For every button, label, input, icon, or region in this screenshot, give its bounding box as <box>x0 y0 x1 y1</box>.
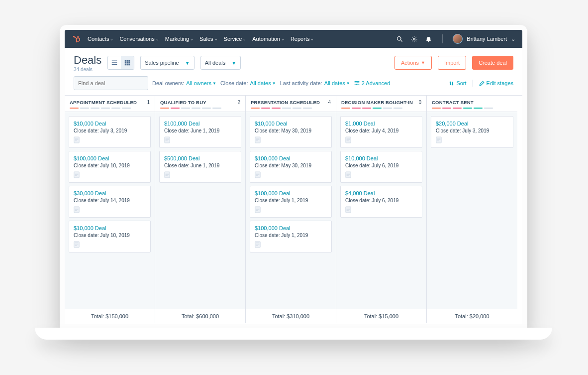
svg-rect-17 <box>125 62 126 64</box>
search-input[interactable] <box>74 76 148 90</box>
pipeline-column: PRESENTATION SCHEDULED4$10,000 DealClose… <box>246 96 336 323</box>
svg-rect-12 <box>112 62 117 63</box>
svg-rect-20 <box>125 64 126 65</box>
chevron-down-icon: ▼ <box>272 81 276 86</box>
chevron-down-icon: ▼ <box>231 60 236 66</box>
import-button[interactable]: Import <box>438 56 466 70</box>
scope-select[interactable]: All deals ▼ <box>200 56 241 70</box>
deal-card[interactable]: $100,000 DealClose date: July 10, 2019 <box>69 151 151 183</box>
deal-card[interactable]: $10,000 DealClose date: July 3, 2019 <box>69 116 151 148</box>
column-header: CONTRACT SENT <box>427 96 517 112</box>
column-body[interactable]: $100,000 DealClose date: June 1, 2019$50… <box>155 112 245 309</box>
filter-activity[interactable]: Last activity date: All dates▼ <box>280 80 350 86</box>
nav-item-marketing[interactable]: Marketing⌄ <box>165 36 194 42</box>
chevron-down-icon: ⌄ <box>243 37 246 41</box>
deal-card[interactable]: $100,000 DealClose date: July 1, 2019 <box>250 186 332 218</box>
top-navigation: Contacts⌄Conversations⌄Marketing⌄Sales⌄S… <box>65 30 522 48</box>
svg-point-29 <box>357 82 358 83</box>
svg-rect-25 <box>354 81 359 82</box>
edit-stages-button[interactable]: Edit stages <box>479 80 513 86</box>
deal-close-date: Close date: July 10, 2019 <box>74 163 146 168</box>
column-total: Total: $600,000 <box>155 309 245 323</box>
chevron-down-icon: ⌄ <box>214 37 218 41</box>
gear-icon[interactable] <box>410 35 418 43</box>
pipeline-column: QUALIFIED TO BUY2$100,000 DealClose date… <box>155 96 246 323</box>
note-icon <box>255 241 261 248</box>
deal-close-date: Close date: July 1, 2019 <box>255 198 327 203</box>
hubspot-logo-icon[interactable] <box>72 34 81 43</box>
deal-title: $10,000 Deal <box>74 121 146 126</box>
create-deal-button[interactable]: Create deal <box>472 56 513 70</box>
svg-rect-63 <box>255 207 260 213</box>
chevron-down-icon: ⌄ <box>511 36 515 42</box>
svg-rect-16 <box>129 60 130 62</box>
user-name: Brittany Lambert <box>467 36 507 42</box>
svg-rect-35 <box>74 172 79 178</box>
nav-item-sales[interactable]: Sales⌄ <box>199 36 218 42</box>
svg-point-10 <box>428 41 429 42</box>
nav-item-service[interactable]: Service⌄ <box>224 36 247 42</box>
column-body[interactable]: $10,000 DealClose date: July 3, 2019$100… <box>65 112 155 309</box>
note-icon <box>74 171 80 178</box>
sort-button[interactable]: Sort <box>449 80 466 86</box>
board-view-button[interactable] <box>121 56 134 69</box>
nav-item-reports[interactable]: Reports⌄ <box>291 36 314 42</box>
filter-closedate[interactable]: Close date: All dates▼ <box>220 80 276 86</box>
nav-icons: Brittany Lambert ⌄ <box>396 34 515 44</box>
actions-button[interactable]: Actions▼ <box>394 56 432 70</box>
svg-rect-79 <box>346 207 351 213</box>
chevron-down-icon: ⌄ <box>156 37 159 41</box>
app-screen: Contacts⌄Conversations⌄Marketing⌄Sales⌄S… <box>65 30 522 324</box>
column-body[interactable]: $10,000 DealClose date: May 30, 2019$100… <box>246 112 336 309</box>
deal-close-date: Close date: July 4, 2019 <box>345 128 417 133</box>
filter-owners[interactable]: Deal owners: All owners▼ <box>152 80 216 86</box>
svg-point-28 <box>355 81 356 82</box>
chevron-down-icon: ▼ <box>421 60 425 65</box>
search-icon[interactable] <box>396 35 403 43</box>
deal-card[interactable]: $10,000 DealClose date: July 6, 2019 <box>340 151 422 183</box>
deal-card[interactable]: $100,000 DealClose date: May 30, 2019 <box>250 151 332 183</box>
column-body[interactable]: $20,000 DealClose date: July 3, 2019 <box>427 112 517 309</box>
search-input-field[interactable] <box>78 80 147 86</box>
list-view-button[interactable] <box>108 56 121 69</box>
nav-item-contacts[interactable]: Contacts⌄ <box>88 36 113 42</box>
scope-select-label: All deals <box>205 60 226 66</box>
svg-rect-11 <box>112 61 117 62</box>
deal-card[interactable]: $10,000 DealClose date: May 30, 2019 <box>250 116 332 148</box>
chevron-down-icon: ⌄ <box>190 37 194 41</box>
svg-rect-21 <box>127 64 128 65</box>
deal-card[interactable]: $100,000 DealClose date: June 1, 2019 <box>159 116 241 148</box>
deal-close-date: Close date: July 6, 2019 <box>345 163 417 168</box>
nav-divider <box>442 34 443 43</box>
deal-card[interactable]: $30,000 DealClose date: July 14, 2019 <box>69 186 151 218</box>
svg-rect-39 <box>74 207 79 213</box>
sort-icon <box>449 81 454 86</box>
chevron-down-icon: ⌄ <box>310 37 314 41</box>
page-title: Deals <box>74 54 101 67</box>
page-header: Deals 34 deals Sales pipeline ▼ All deal… <box>65 48 522 76</box>
svg-rect-47 <box>165 137 170 143</box>
pipeline-select[interactable]: Sales pipeline ▼ <box>140 56 194 70</box>
deal-card[interactable]: $1,000 DealClose date: July 4, 2019 <box>340 116 422 148</box>
note-icon <box>255 206 261 213</box>
column-body[interactable]: $1,000 DealClose date: July 4, 2019$10,0… <box>336 112 426 309</box>
deal-card[interactable]: $20,000 DealClose date: July 3, 2019 <box>431 116 513 148</box>
deal-card[interactable]: $4,000 DealClose date: July 6, 2019 <box>340 186 422 218</box>
note-icon <box>255 171 261 178</box>
deal-title: $100,000 Deal <box>255 155 327 161</box>
note-icon <box>74 136 80 143</box>
nav-item-automation[interactable]: Automation⌄ <box>252 36 285 42</box>
note-icon <box>74 206 80 213</box>
pipeline-column: APPOINTMENT SCHEDULED1$10,000 DealClose … <box>65 96 155 323</box>
deal-card[interactable]: $10,000 DealClose date: July 10, 2019 <box>69 221 151 252</box>
chevron-down-icon: ⌄ <box>110 37 113 41</box>
pipeline-column: DECISION MAKER BOUGHT-IN0$1,000 DealClos… <box>336 96 427 323</box>
nav-item-conversations[interactable]: Conversations⌄ <box>119 36 159 42</box>
deal-card[interactable]: $500,000 DealClose date: June 1, 2019 <box>159 151 241 183</box>
column-total: Total: $20,000 <box>427 309 517 323</box>
deal-card[interactable]: $100,000 DealClose date: July 1, 2019 <box>250 221 332 252</box>
bell-icon[interactable] <box>425 35 432 43</box>
user-menu[interactable]: Brittany Lambert ⌄ <box>453 34 515 44</box>
note-icon <box>164 136 170 143</box>
filter-advanced[interactable]: 2 Advanced <box>354 80 391 87</box>
